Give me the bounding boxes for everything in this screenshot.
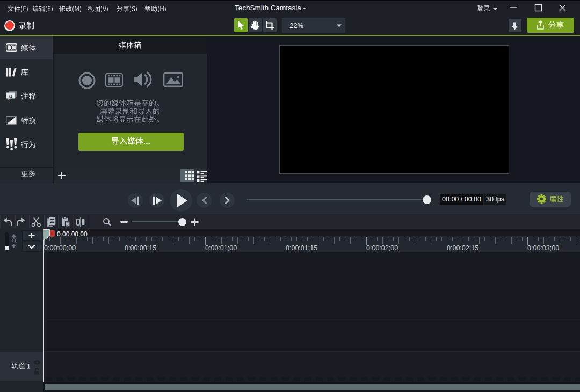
svg-text:a: a <box>9 93 12 99</box>
